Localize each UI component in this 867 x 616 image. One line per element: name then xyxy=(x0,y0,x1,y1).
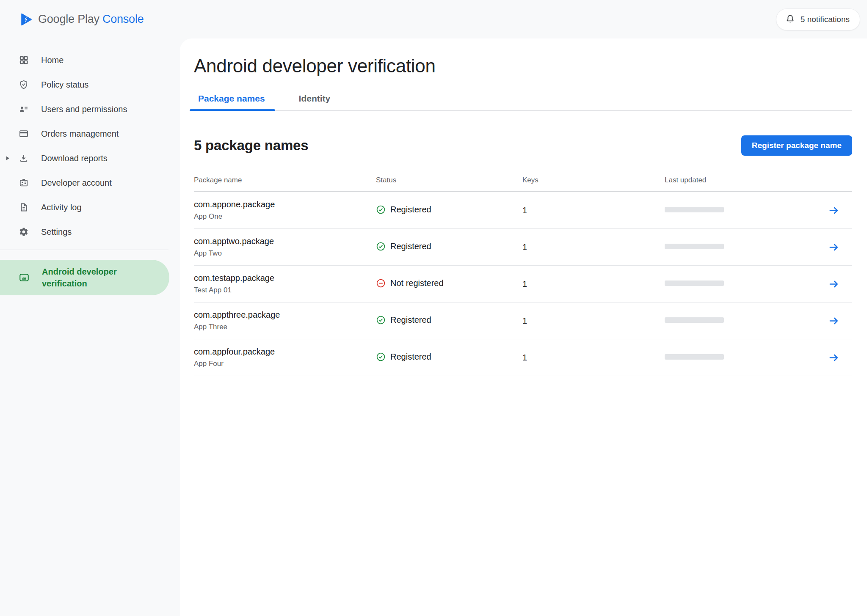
open-package-arrow-button[interactable] xyxy=(826,203,841,218)
package-name: com.testapp.package xyxy=(194,273,376,283)
status-text: Registered xyxy=(390,352,431,362)
logo-text: Google PlayConsole xyxy=(38,13,144,26)
sidebar: Home Policy status Users and permissions xyxy=(0,38,180,616)
sidebar-item-label: Users and permissions xyxy=(41,104,127,114)
registered-check-icon xyxy=(376,242,386,251)
column-header-keys: Keys xyxy=(522,173,665,184)
status-text: Registered xyxy=(390,242,431,251)
sidebar-item-home[interactable]: Home xyxy=(0,48,180,72)
sidebar-item-label: Policy status xyxy=(41,80,88,90)
column-header-status: Status xyxy=(376,173,522,184)
status-text: Not registered xyxy=(390,278,444,288)
play-logo-icon xyxy=(19,12,33,27)
registered-check-icon xyxy=(376,205,386,214)
app-name: Test App 01 xyxy=(194,286,376,294)
column-header-package-name: Package name xyxy=(194,173,376,184)
package-name: com.appthree.package xyxy=(194,310,376,320)
open-package-arrow-button[interactable] xyxy=(826,314,841,328)
android-icon xyxy=(19,272,30,283)
keys-count: 1 xyxy=(522,206,665,215)
registered-check-icon xyxy=(376,315,386,325)
sidebar-divider xyxy=(0,250,168,250)
table-row: com.appone.package App One Registered xyxy=(194,192,852,229)
package-name: com.appone.package xyxy=(194,200,376,209)
not-registered-block-icon xyxy=(376,278,386,288)
table-body: com.appone.package App One Registered xyxy=(194,192,852,376)
sidebar-item-label: Developer account xyxy=(41,178,112,188)
app-name: App Two xyxy=(194,249,376,258)
notifications-label: 5 notifications xyxy=(801,15,850,24)
sidebar-item-activity-log[interactable]: Activity log xyxy=(0,195,180,220)
sidebar-item-users-and-permissions[interactable]: Users and permissions xyxy=(0,97,180,121)
download-icon xyxy=(19,153,29,163)
status-badge: Registered xyxy=(376,242,431,251)
table-row: com.appfour.package App Four Register xyxy=(194,339,852,376)
bell-icon xyxy=(785,14,795,25)
main-content: Android developer verification Package n… xyxy=(180,38,867,616)
badge-icon xyxy=(19,178,29,188)
sidebar-item-developer-account[interactable]: Developer account xyxy=(0,170,180,195)
open-package-arrow-button[interactable] xyxy=(826,240,841,255)
keys-count: 1 xyxy=(522,242,665,252)
last-updated-placeholder xyxy=(665,207,724,212)
sidebar-item-orders-management[interactable]: Orders management xyxy=(0,121,180,146)
tab-bar: Package names Identity xyxy=(194,94,852,111)
tab-identity[interactable]: Identity xyxy=(295,94,337,110)
status-text: Registered xyxy=(390,315,431,325)
section-header: 5 package names Register package name xyxy=(194,135,852,156)
status-badge: Not registered xyxy=(376,278,444,288)
sidebar-item-label: Home xyxy=(41,55,64,65)
status-badge: Registered xyxy=(376,205,431,214)
open-package-arrow-button[interactable] xyxy=(826,277,841,292)
credit-card-icon xyxy=(19,129,29,139)
status-text: Registered xyxy=(390,205,431,214)
package-name: com.appfour.package xyxy=(194,347,376,357)
last-updated-placeholder xyxy=(665,280,724,286)
sidebar-item-label: Android developer verification xyxy=(42,266,144,289)
status-badge: Registered xyxy=(376,352,431,362)
table-row: com.appthree.package App Three Regist xyxy=(194,302,852,339)
sidebar-item-label: Orders management xyxy=(41,129,119,139)
sidebar-item-label: Download reports xyxy=(41,154,108,163)
expand-arrow-icon[interactable] xyxy=(5,156,10,161)
keys-count: 1 xyxy=(522,353,665,363)
app-name: App Three xyxy=(194,323,376,331)
sidebar-item-download-reports[interactable]: Download reports xyxy=(0,146,180,170)
grid-icon xyxy=(19,55,29,65)
top-bar: Google PlayConsole 5 notifications xyxy=(0,0,867,38)
last-updated-placeholder xyxy=(665,244,724,249)
sidebar-item-settings[interactable]: Settings xyxy=(0,220,180,244)
keys-count: 1 xyxy=(522,279,665,289)
app-name: App Four xyxy=(194,360,376,368)
keys-count: 1 xyxy=(522,316,665,326)
register-package-name-button[interactable]: Register package name xyxy=(741,135,852,156)
table-row: com.apptwo.package App Two Registered xyxy=(194,229,852,266)
shield-check-icon xyxy=(19,80,29,90)
notifications-button[interactable]: 5 notifications xyxy=(776,8,860,30)
users-icon xyxy=(19,104,29,114)
package-count-heading: 5 package names xyxy=(194,138,308,154)
table-row: com.testapp.package Test App 01 Not r xyxy=(194,266,852,302)
app-name: App One xyxy=(194,212,376,221)
registered-check-icon xyxy=(376,352,386,362)
package-name: com.apptwo.package xyxy=(194,236,376,246)
column-header-last-updated: Last updated xyxy=(665,173,792,184)
status-badge: Registered xyxy=(376,315,431,325)
last-updated-placeholder xyxy=(665,354,724,360)
package-table: Package name Status Keys Last updated co… xyxy=(194,173,852,376)
open-package-arrow-button[interactable] xyxy=(826,350,841,365)
document-icon xyxy=(19,202,29,212)
google-play-console-logo[interactable]: Google PlayConsole xyxy=(19,12,144,27)
gear-icon xyxy=(19,227,29,237)
sidebar-item-policy-status[interactable]: Policy status xyxy=(0,72,180,97)
sidebar-item-label: Settings xyxy=(41,227,72,237)
page-title: Android developer verification xyxy=(194,55,852,77)
last-updated-placeholder xyxy=(665,317,724,323)
tab-package-names[interactable]: Package names xyxy=(194,94,271,110)
column-header-actions xyxy=(792,173,852,176)
sidebar-item-android-developer-verification[interactable]: Android developer verification xyxy=(0,260,169,295)
sidebar-item-label: Activity log xyxy=(41,203,82,212)
table-header-row: Package name Status Keys Last updated xyxy=(194,173,852,192)
